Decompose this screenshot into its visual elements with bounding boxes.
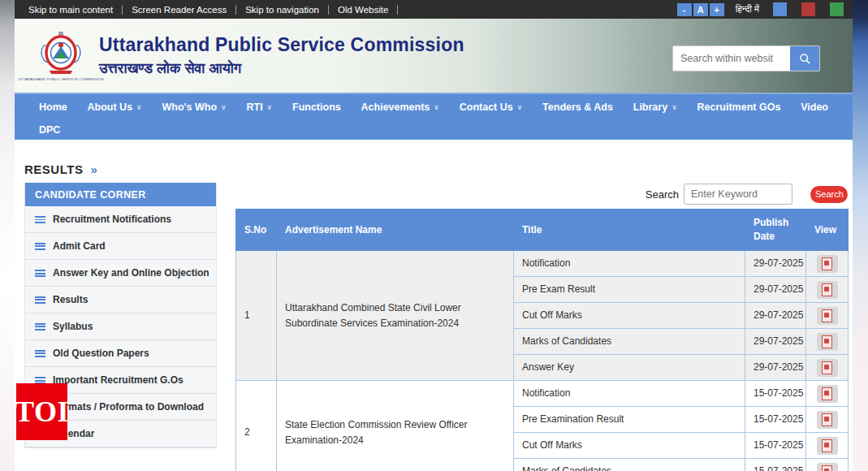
- nav-row-2: DPC: [15, 119, 853, 140]
- publish-date-cell: 15-07-2025: [745, 381, 806, 407]
- col-header-advertisement-name: Advertisement Name: [277, 210, 514, 251]
- nav-row-1: Home About Us∨ Who's Who∨ RTI∨ Functions…: [15, 94, 853, 119]
- sno-cell: 2: [236, 381, 277, 471]
- breadcrumb-arrow-icon: »: [90, 162, 97, 176]
- hindi-language-link[interactable]: हिन्दी में: [736, 4, 759, 15]
- font-increase-button[interactable]: +: [710, 3, 724, 16]
- font-decrease-button[interactable]: -: [677, 3, 692, 16]
- theme-blue-button[interactable]: [773, 2, 787, 16]
- nav-item-functions[interactable]: Functions: [292, 102, 341, 113]
- sidebar-item-admit-card[interactable]: Admit Card: [25, 233, 216, 260]
- title-cell: Pre Exam Result: [514, 277, 745, 303]
- col-header-view: View: [806, 210, 849, 251]
- screen-reader-access-link[interactable]: Screen Reader Access: [123, 5, 236, 15]
- pdf-icon[interactable]: [817, 307, 838, 325]
- page-title: RESULTS: [24, 162, 83, 176]
- view-cell: [806, 407, 849, 433]
- font-normal-button[interactable]: A: [693, 3, 708, 16]
- theme-red-button[interactable]: [801, 2, 815, 16]
- site-header: UTTARAKHAND PUBLIC SERVICE COMMISSION Ut…: [15, 19, 853, 93]
- nav-item-about-us[interactable]: About Us∨: [88, 102, 142, 113]
- publish-date-cell: 29-07-2025: [745, 277, 806, 303]
- site-subtitle-hindi: उत्तराखण्ड लोक सेवा आयोग: [99, 60, 464, 77]
- old-website-link[interactable]: Old Website: [329, 5, 398, 15]
- title-cell: Cut Off Marks: [514, 433, 745, 459]
- table-row: 1 Uttarakhand Combined State Civil Lower…: [236, 251, 849, 277]
- nav-item-library[interactable]: Library∨: [633, 102, 677, 113]
- title-cell: Cut Off Marks: [514, 303, 745, 329]
- sidebar-item-answer-key[interactable]: Answer Key and Online Objection: [25, 260, 216, 287]
- menu-icon: [35, 296, 45, 304]
- publish-date-cell: 29-07-2025: [745, 329, 806, 355]
- nav-item-contact-us[interactable]: Contact Us∨: [460, 102, 523, 113]
- col-header-publish-date: Publish Date: [745, 210, 806, 251]
- chevron-down-icon: ∨: [434, 103, 439, 111]
- sidebar-item-results[interactable]: Results: [25, 287, 216, 313]
- view-cell: [806, 303, 849, 329]
- view-cell: [806, 355, 849, 381]
- pdf-icon[interactable]: [817, 411, 838, 429]
- nav-item-tenders-ads[interactable]: Tenders & Ads: [542, 102, 613, 113]
- view-cell: [806, 329, 849, 355]
- main-area: CANDIDATE CORNER Recruitment Notificatio…: [15, 183, 853, 471]
- title-cell: Marks of Candidates: [514, 329, 745, 355]
- header-search: [672, 45, 820, 71]
- site-container: Skip to main content Screen Reader Acces…: [15, 0, 853, 471]
- nav-item-dpc[interactable]: DPC: [39, 124, 60, 136]
- sidebar-header: CANDIDATE CORNER: [25, 183, 216, 206]
- nav-item-recruitment-gos[interactable]: Recruitment GOs: [697, 102, 781, 113]
- page-content: RESULTS » CANDIDATE CORNER Recruitment N…: [15, 140, 853, 471]
- pdf-icon[interactable]: [817, 437, 838, 455]
- advertisement-name-cell: State Election Commission Review Officer…: [277, 381, 514, 471]
- search-icon: [799, 53, 811, 65]
- view-cell: [806, 251, 849, 277]
- view-cell: [806, 433, 849, 459]
- header-search-button[interactable]: [790, 46, 819, 71]
- page-background-right: [853, 0, 868, 471]
- results-panel: Search Search S.No Advertisement Name Ti…: [235, 183, 848, 471]
- search-label: Search: [646, 188, 679, 201]
- pdf-icon[interactable]: [817, 281, 838, 299]
- header-search-input[interactable]: [673, 46, 790, 71]
- chevron-down-icon: ∨: [672, 103, 677, 111]
- nav-item-rti[interactable]: RTI∨: [246, 102, 272, 113]
- pdf-icon[interactable]: [817, 333, 838, 351]
- toi-watermark-logo: TOI: [16, 383, 67, 440]
- table-row: 2 State Election Commission Review Offic…: [236, 381, 849, 407]
- pdf-icon[interactable]: [817, 463, 838, 471]
- view-cell: [806, 277, 849, 303]
- search-button[interactable]: Search: [810, 186, 848, 203]
- skip-to-main-content-link[interactable]: Skip to main content: [19, 5, 123, 15]
- page-background-left: [0, 0, 15, 471]
- sidebar-item-syllabus[interactable]: Syllabus: [25, 313, 216, 340]
- chevron-down-icon: ∨: [221, 103, 227, 111]
- logo-caption: UTTARAKHAND PUBLIC SERVICE COMMISSION: [18, 77, 103, 81]
- col-header-title: Title: [514, 210, 745, 251]
- chevron-down-icon: ∨: [517, 103, 523, 111]
- menu-icon: [35, 270, 45, 277]
- pdf-icon[interactable]: [817, 255, 838, 273]
- title-cell: Answer Key: [514, 355, 745, 381]
- advertisement-name-cell: Uttarakhand Combined State Civil Lower S…: [277, 251, 514, 381]
- sidebar-item-old-question-papers[interactable]: Old Question Papers: [25, 340, 216, 367]
- menu-icon: [35, 243, 45, 250]
- nav-item-achievements[interactable]: Achievements∨: [361, 102, 439, 113]
- pdf-icon[interactable]: [817, 385, 838, 403]
- nav-item-video[interactable]: Video: [801, 102, 828, 113]
- title-cell: Pre Examination Result: [514, 407, 745, 433]
- col-header-sno: S.No: [236, 210, 277, 251]
- font-size-controls: - A +: [677, 3, 724, 16]
- pdf-icon[interactable]: [817, 359, 838, 377]
- keyword-search-input[interactable]: [684, 184, 792, 205]
- skip-to-navigation-link[interactable]: Skip to navigation: [236, 5, 329, 15]
- menu-icon: [35, 323, 45, 331]
- publish-date-cell: 15-07-2025: [745, 433, 806, 459]
- menu-icon: [35, 216, 45, 223]
- publish-date-cell: 15-07-2025: [745, 459, 806, 471]
- theme-green-button[interactable]: [830, 2, 844, 16]
- ukpsc-emblem-icon: [37, 31, 84, 76]
- nav-item-whos-who[interactable]: Who's Who∨: [162, 102, 227, 113]
- sidebar-item-recruitment-notifications[interactable]: Recruitment Notifications: [25, 206, 216, 233]
- nav-item-home[interactable]: Home: [39, 102, 67, 113]
- publish-date-cell: 29-07-2025: [745, 251, 806, 277]
